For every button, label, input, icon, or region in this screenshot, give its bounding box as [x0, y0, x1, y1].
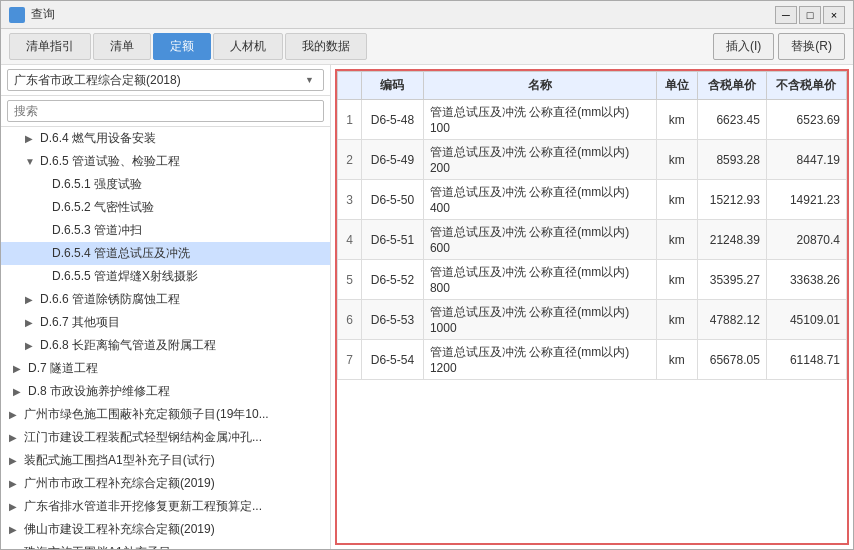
maximize-button[interactable]: □: [799, 6, 821, 24]
cell-name-5: 管道总试压及冲洗 公称直径(mm以内) 1000: [423, 300, 656, 340]
tree-label-3: D.6.5.2 气密性试验: [52, 199, 322, 216]
table-body: 1D6-5-48管道总试压及冲洗 公称直径(mm以内) 100km6623.45…: [338, 100, 847, 380]
cell-tax-price-1: 8593.28: [697, 140, 766, 180]
table-row[interactable]: 1D6-5-48管道总试压及冲洗 公称直径(mm以内) 100km6623.45…: [338, 100, 847, 140]
tree-label-10: D.7 隧道工程: [28, 360, 322, 377]
tab-wode-shuju[interactable]: 我的数据: [285, 33, 367, 60]
tree-arrow-13: ▶: [9, 432, 21, 443]
tree-arrow-16: ▶: [9, 501, 21, 512]
cell-code-2: D6-5-50: [362, 180, 424, 220]
cell-notax-price-4: 33638.26: [766, 260, 846, 300]
tree-item-1[interactable]: ▼D.6.5 管道试验、检验工程: [1, 150, 330, 173]
tree-item-4[interactable]: D.6.5.3 管道冲扫: [1, 219, 330, 242]
cell-code-6: D6-5-54: [362, 340, 424, 380]
tree-arrow-11: ▶: [13, 386, 25, 397]
tab-qingdan[interactable]: 清单: [93, 33, 151, 60]
app-icon: [9, 7, 25, 23]
cell-code-5: D6-5-53: [362, 300, 424, 340]
table-row[interactable]: 6D6-5-53管道总试压及冲洗 公称直径(mm以内) 1000km47882.…: [338, 300, 847, 340]
results-table: 编码 名称 单位 含税单价 不含税单价 1D6-5-48管道总试压及冲洗 公称直…: [337, 71, 847, 380]
cell-name-2: 管道总试压及冲洗 公称直径(mm以内) 400: [423, 180, 656, 220]
tree-item-7[interactable]: ▶D.6.6 管道除锈防腐蚀工程: [1, 288, 330, 311]
tree-label-12: 广州市绿色施工围蔽补充定额颁子目(19年10...: [24, 406, 322, 423]
main-content: 广东省市政工程综合定额(2018) ▶D.6.4 燃气用设备安装▼D.6.5 管…: [1, 65, 853, 549]
tree-arrow-10: ▶: [13, 363, 25, 374]
cell-tax-price-0: 6623.45: [697, 100, 766, 140]
tree-item-11[interactable]: ▶D.8 市政设施养护维修工程: [1, 380, 330, 403]
replace-button[interactable]: 替换(R): [778, 33, 845, 60]
cell-tax-price-4: 35395.27: [697, 260, 766, 300]
tree-item-10[interactable]: ▶D.7 隧道工程: [1, 357, 330, 380]
cell-tax-price-3: 21248.39: [697, 220, 766, 260]
cell-code-0: D6-5-48: [362, 100, 424, 140]
minimize-button[interactable]: ─: [775, 6, 797, 24]
search-input[interactable]: [7, 100, 324, 122]
tree-label-7: D.6.6 管道除锈防腐蚀工程: [40, 291, 322, 308]
tree-label-18: 珠海市施工围挡A1补充子目: [24, 544, 322, 549]
table-row[interactable]: 2D6-5-49管道总试压及冲洗 公称直径(mm以内) 200km8593.28…: [338, 140, 847, 180]
tab-dinge[interactable]: 定额: [153, 33, 211, 60]
tree-item-3[interactable]: D.6.5.2 气密性试验: [1, 196, 330, 219]
cell-notax-price-0: 6523.69: [766, 100, 846, 140]
toolbar: 清单指引 清单 定额 人材机 我的数据 插入(I) 替换(R): [1, 29, 853, 65]
cell-code-4: D6-5-52: [362, 260, 424, 300]
cell-unit-6: km: [656, 340, 697, 380]
tree-arrow-14: ▶: [9, 455, 21, 466]
title-bar-left: 查询: [9, 6, 55, 23]
tree-arrow-18: ▶: [9, 547, 21, 549]
title-bar: 查询 ─ □ ×: [1, 1, 853, 29]
tree-item-13[interactable]: ▶江门市建设工程装配式轻型钢结构金属冲孔...: [1, 426, 330, 449]
cell-code-1: D6-5-49: [362, 140, 424, 180]
cell-rownum-0: 1: [338, 100, 362, 140]
quota-select[interactable]: 广东省市政工程综合定额(2018): [7, 69, 324, 91]
tree-arrow-12: ▶: [9, 409, 21, 420]
tree-item-18[interactable]: ▶珠海市施工围挡A1补充子目: [1, 541, 330, 549]
cell-notax-price-2: 14921.23: [766, 180, 846, 220]
tree-label-16: 广东省排水管道非开挖修复更新工程预算定...: [24, 498, 322, 515]
tree-item-14[interactable]: ▶装配式施工围挡A1型补充子目(试行): [1, 449, 330, 472]
col-header-rownum: [338, 72, 362, 100]
cell-name-0: 管道总试压及冲洗 公称直径(mm以内) 100: [423, 100, 656, 140]
table-row[interactable]: 5D6-5-52管道总试压及冲洗 公称直径(mm以内) 800km35395.2…: [338, 260, 847, 300]
cell-tax-price-6: 65678.05: [697, 340, 766, 380]
cell-rownum-5: 6: [338, 300, 362, 340]
col-header-notax-price: 不含税单价: [766, 72, 846, 100]
tree-item-5[interactable]: D.6.5.4 管道总试压及冲洗: [1, 242, 330, 265]
insert-button[interactable]: 插入(I): [713, 33, 774, 60]
cell-name-1: 管道总试压及冲洗 公称直径(mm以内) 200: [423, 140, 656, 180]
table-row[interactable]: 4D6-5-51管道总试压及冲洗 公称直径(mm以内) 600km21248.3…: [338, 220, 847, 260]
tree-item-2[interactable]: D.6.5.1 强度试验: [1, 173, 330, 196]
tree-label-11: D.8 市政设施养护维修工程: [28, 383, 322, 400]
cell-name-4: 管道总试压及冲洗 公称直径(mm以内) 800: [423, 260, 656, 300]
window-title: 查询: [31, 6, 55, 23]
col-header-tax-price: 含税单价: [697, 72, 766, 100]
col-header-unit: 单位: [656, 72, 697, 100]
tree-item-9[interactable]: ▶D.6.8 长距离输气管道及附属工程: [1, 334, 330, 357]
tab-group: 清单指引 清单 定额 人材机 我的数据: [9, 33, 367, 60]
tab-rencaiji[interactable]: 人材机: [213, 33, 283, 60]
tree-item-6[interactable]: D.6.5.5 管道焊缝X射线摄影: [1, 265, 330, 288]
tab-qingdan-zhiyin[interactable]: 清单指引: [9, 33, 91, 60]
close-button[interactable]: ×: [823, 6, 845, 24]
cell-notax-price-5: 45109.01: [766, 300, 846, 340]
tree-label-6: D.6.5.5 管道焊缝X射线摄影: [52, 268, 322, 285]
cell-unit-2: km: [656, 180, 697, 220]
sidebar-dropdown-area: 广东省市政工程综合定额(2018): [1, 65, 330, 96]
cell-unit-0: km: [656, 100, 697, 140]
table-row[interactable]: 7D6-5-54管道总试压及冲洗 公称直径(mm以内) 1200km65678.…: [338, 340, 847, 380]
tree-arrow-1: ▼: [25, 156, 37, 167]
cell-rownum-6: 7: [338, 340, 362, 380]
col-header-name: 名称: [423, 72, 656, 100]
title-controls: ─ □ ×: [775, 6, 845, 24]
tree-item-0[interactable]: ▶D.6.4 燃气用设备安装: [1, 127, 330, 150]
tree-item-15[interactable]: ▶广州市市政工程补充综合定额(2019): [1, 472, 330, 495]
tree-item-12[interactable]: ▶广州市绿色施工围蔽补充定额颁子目(19年10...: [1, 403, 330, 426]
tree-item-17[interactable]: ▶佛山市建设工程补充综合定额(2019): [1, 518, 330, 541]
table-header-row: 编码 名称 单位 含税单价 不含税单价: [338, 72, 847, 100]
cell-unit-1: km: [656, 140, 697, 180]
cell-rownum-2: 3: [338, 180, 362, 220]
tree-item-16[interactable]: ▶广东省排水管道非开挖修复更新工程预算定...: [1, 495, 330, 518]
tree-item-8[interactable]: ▶D.6.7 其他项目: [1, 311, 330, 334]
tree-label-9: D.6.8 长距离输气管道及附属工程: [40, 337, 322, 354]
table-row[interactable]: 3D6-5-50管道总试压及冲洗 公称直径(mm以内) 400km15212.9…: [338, 180, 847, 220]
